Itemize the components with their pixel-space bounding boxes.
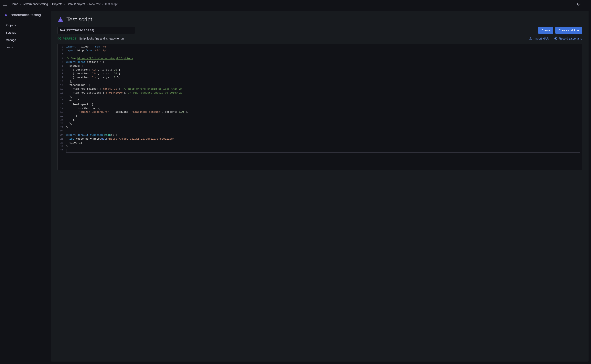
create-and-run-button[interactable]: Create and Run xyxy=(555,27,582,34)
k6-logo-icon: k6 xyxy=(58,17,64,23)
breadcrumb-sep: › xyxy=(102,2,103,6)
breadcrumb-sep: › xyxy=(20,2,21,6)
breadcrumb-projects[interactable]: Projects xyxy=(52,2,63,6)
status-row: PERFECT! Script looks fine and is ready … xyxy=(58,37,582,40)
check-circle-icon xyxy=(58,37,61,40)
status-left: PERFECT! Script looks fine and is ready … xyxy=(58,37,124,40)
upload-icon xyxy=(529,37,532,40)
breadcrumb-default[interactable]: Default project xyxy=(67,2,85,6)
sidebar-item-learn[interactable]: Learn xyxy=(4,44,47,51)
svg-rect-0 xyxy=(577,3,580,5)
main-content: k6 Test script Create Create and Run PER… xyxy=(51,11,589,362)
breadcrumb: Home › Performance testing › Projects › … xyxy=(11,2,576,6)
breadcrumb-home[interactable]: Home xyxy=(11,2,18,6)
page-header: k6 Test script xyxy=(58,16,582,23)
code-editor[interactable]: 1import { sleep } from 'k6' 2import http… xyxy=(58,44,582,170)
svg-point-4 xyxy=(58,37,61,40)
hamburger-icon xyxy=(3,3,7,6)
menu-button[interactable] xyxy=(2,2,7,6)
sidebar-item-settings[interactable]: Settings xyxy=(4,29,47,36)
breadcrumb-perf[interactable]: Performance testing xyxy=(22,2,48,6)
status-actions: Import HAR Record a scenario xyxy=(529,37,582,40)
status-text: Script looks fine and is ready to run xyxy=(79,37,124,40)
status-label: PERFECT! xyxy=(63,37,78,40)
import-har-button[interactable]: Import HAR xyxy=(529,37,549,40)
chevron-down-icon[interactable] xyxy=(584,2,589,6)
svg-point-7 xyxy=(555,38,556,39)
sidebar-header: Performance testing xyxy=(4,13,47,17)
sidebar-item-projects[interactable]: Projects xyxy=(4,22,47,29)
topbar: Home › Performance testing › Projects › … xyxy=(0,0,591,8)
breadcrumb-sep: › xyxy=(64,2,65,6)
breadcrumb-current: Test script xyxy=(104,2,117,6)
record-label: Record a scenario xyxy=(559,37,582,40)
record-icon xyxy=(554,37,557,40)
test-name-input[interactable] xyxy=(58,27,135,34)
controls-row: Create Create and Run xyxy=(58,27,582,34)
sidebar: Performance testing Projects Settings Ma… xyxy=(0,8,51,364)
breadcrumb-sep: › xyxy=(50,2,51,6)
page-title: Test script xyxy=(66,16,92,23)
k6-logo-icon xyxy=(4,13,8,17)
create-button[interactable]: Create xyxy=(538,27,553,34)
import-har-label: Import HAR xyxy=(534,37,549,40)
record-scenario-button[interactable]: Record a scenario xyxy=(554,37,582,40)
sidebar-title: Performance testing xyxy=(10,13,41,17)
sidebar-item-manage[interactable]: Manage xyxy=(4,37,47,43)
svg-text:k6: k6 xyxy=(60,20,61,21)
breadcrumb-sep: › xyxy=(87,2,88,6)
breadcrumb-newtest[interactable]: New test xyxy=(89,2,100,6)
topbar-right xyxy=(576,2,589,6)
monitor-icon[interactable] xyxy=(576,2,581,6)
action-buttons: Create Create and Run xyxy=(538,27,582,34)
